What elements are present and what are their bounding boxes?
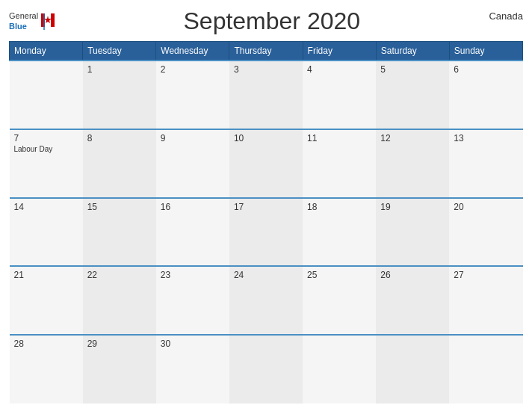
day-number: 11 [307, 133, 371, 143]
calendar-day-cell: 3 [229, 61, 303, 129]
day-number: 28 [14, 339, 78, 349]
header-monday: Monday [10, 42, 83, 61]
day-number: 29 [87, 339, 152, 349]
logo-blue-text: Blue [9, 22, 38, 31]
day-number: 8 [87, 133, 152, 143]
header-saturday: Saturday [376, 42, 449, 61]
calendar-day-cell [10, 61, 83, 129]
day-number: 21 [14, 270, 78, 280]
calendar-week-row: 21222324252627 [10, 266, 523, 335]
day-number: 22 [87, 270, 152, 280]
day-number: 6 [454, 64, 518, 75]
calendar-title: September 2020 [55, 7, 489, 35]
calendar-day-cell [376, 335, 449, 404]
calendar-day-cell: 9 [156, 129, 229, 198]
calendar-day-cell: 25 [303, 266, 376, 335]
day-number: 24 [234, 270, 298, 280]
calendar-table: Monday Tuesday Wednesday Thursday Friday… [9, 41, 523, 404]
day-number: 30 [161, 339, 225, 349]
calendar-day-cell: 1 [83, 61, 156, 129]
day-number: 23 [161, 270, 225, 280]
day-number: 15 [87, 202, 152, 212]
calendar-day-cell: 26 [376, 266, 449, 335]
calendar-week-row: 123456 [10, 61, 523, 129]
calendar-day-cell: 7Labour Day [10, 129, 83, 198]
calendar-day-cell: 27 [449, 266, 522, 335]
day-number: 14 [14, 202, 78, 212]
header-sunday: Sunday [449, 42, 522, 61]
calendar-day-cell: 21 [10, 266, 83, 335]
day-number: 25 [307, 270, 371, 280]
day-number: 17 [234, 202, 298, 212]
calendar-day-cell: 12 [376, 129, 449, 198]
calendar-week-row: 7Labour Day8910111213 [10, 129, 523, 198]
calendar-day-cell: 24 [229, 266, 303, 335]
calendar-day-cell: 18 [303, 198, 376, 267]
calendar-day-cell: 17 [229, 198, 303, 267]
day-number: 27 [454, 270, 518, 280]
calendar-day-cell: 11 [303, 129, 376, 198]
day-number: 19 [380, 202, 445, 212]
calendar-day-cell: 29 [83, 335, 156, 404]
day-number: 18 [307, 202, 371, 212]
day-number: 2 [161, 64, 225, 75]
header-thursday: Thursday [229, 42, 303, 61]
calendar-day-cell [303, 335, 376, 404]
day-number: 7 [14, 133, 78, 143]
calendar-day-cell: 5 [376, 61, 449, 129]
day-number: 20 [454, 202, 518, 212]
day-number: 1 [87, 64, 152, 75]
calendar-day-cell: 8 [83, 129, 156, 198]
calendar-day-cell [229, 335, 303, 404]
day-number: 10 [234, 133, 298, 143]
calendar-day-cell: 23 [156, 266, 229, 335]
calendar-day-cell: 6 [449, 61, 522, 129]
calendar-day-cell: 22 [83, 266, 156, 335]
weekday-header-row: Monday Tuesday Wednesday Thursday Friday… [10, 42, 523, 61]
calendar-day-cell [449, 335, 522, 404]
logo: General Blue [9, 11, 55, 31]
calendar-day-cell: 13 [449, 129, 522, 198]
calendar-day-cell: 15 [83, 198, 156, 267]
day-number: 16 [161, 202, 225, 212]
calendar-day-cell: 20 [449, 198, 522, 267]
calendar-day-cell: 19 [376, 198, 449, 267]
calendar-week-row: 14151617181920 [10, 198, 523, 267]
day-number: 12 [380, 133, 445, 143]
header-friday: Friday [303, 42, 376, 61]
calendar-day-cell: 16 [156, 198, 229, 267]
calendar-day-cell: 14 [10, 198, 83, 267]
calendar-day-cell: 28 [10, 335, 83, 404]
calendar-week-row: 282930 [10, 335, 523, 404]
day-number: 4 [307, 64, 371, 75]
day-event: Labour Day [14, 145, 78, 153]
calendar-day-cell: 2 [156, 61, 229, 129]
header-tuesday: Tuesday [83, 42, 156, 61]
calendar-day-cell: 30 [156, 335, 229, 404]
day-number: 13 [454, 133, 518, 143]
day-number: 5 [380, 64, 445, 75]
day-number: 26 [380, 270, 445, 280]
day-number: 9 [161, 133, 225, 143]
svg-rect-2 [51, 13, 55, 27]
logo-flag-icon [41, 13, 55, 30]
calendar-header: General Blue September 2020 Canada [9, 7, 523, 35]
header-wednesday: Wednesday [156, 42, 229, 61]
calendar-container: General Blue September 2020 Canada Monda… [0, 0, 532, 411]
calendar-day-cell: 10 [229, 129, 303, 198]
country-label: Canada [489, 7, 523, 22]
logo-general-text: General [9, 11, 38, 21]
calendar-day-cell: 4 [303, 61, 376, 129]
day-number: 3 [234, 64, 298, 75]
